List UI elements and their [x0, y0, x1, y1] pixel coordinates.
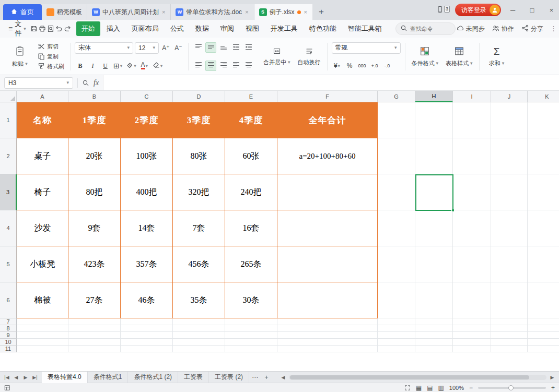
cell-J1[interactable]	[491, 102, 528, 138]
cell-B6[interactable]: 27条	[68, 282, 121, 318]
sheet-tab-1[interactable]: 条件格式1	[88, 372, 129, 383]
doc-tab-3[interactable]: S例子.xlsx×	[254, 4, 312, 20]
cell-K11[interactable]	[528, 346, 559, 352]
cell-G2[interactable]	[378, 138, 415, 174]
cell-J6[interactable]	[491, 282, 528, 318]
copy-button[interactable]: 复制	[36, 52, 66, 62]
col-header-F[interactable]: F	[277, 91, 378, 102]
doc-tab-2[interactable]: W带单位求和方法.doc×	[171, 4, 254, 20]
cell-F10[interactable]	[277, 339, 378, 346]
close-tab-icon[interactable]: ×	[304, 9, 308, 15]
cell-E8[interactable]	[225, 325, 277, 332]
maximize-button[interactable]: □	[525, 0, 540, 20]
justify-button[interactable]	[230, 61, 241, 71]
cell-H11[interactable]	[415, 346, 453, 352]
cell-F7[interactable]	[277, 318, 378, 325]
align-center-button[interactable]	[205, 61, 216, 71]
wrap-text-button[interactable]: 自动换行	[296, 46, 323, 68]
cell-K6[interactable]	[528, 282, 559, 318]
row-header-8[interactable]: 8	[0, 325, 17, 332]
doc-tab-1[interactable]: W中八班第八周周计划×	[87, 4, 171, 20]
paste-button[interactable]: 粘贴▾	[7, 44, 33, 69]
cell-A3[interactable]: 椅子	[17, 174, 68, 210]
cell-I8[interactable]	[453, 325, 491, 332]
cell-K2[interactable]	[528, 138, 559, 174]
align-middle-button[interactable]	[205, 42, 216, 53]
close-tab-icon[interactable]: ×	[161, 9, 166, 15]
close-button[interactable]: ×	[544, 0, 559, 20]
prev-sheet-button[interactable]: ◀	[11, 375, 21, 380]
zoom-level[interactable]: 100%	[449, 385, 464, 391]
row-header-11[interactable]: 11	[0, 346, 17, 352]
row-header-4[interactable]: 4	[0, 210, 17, 246]
cell-C3[interactable]: 400把	[121, 174, 173, 210]
cell-J9[interactable]	[491, 332, 528, 339]
sum-button[interactable]: Σ 求和▾	[484, 44, 510, 69]
cell-A2[interactable]: 桌子	[17, 138, 68, 174]
borders-button[interactable]: ⊞▾	[112, 61, 123, 71]
file-menu[interactable]: ≡ 文件 ▾	[5, 19, 29, 38]
cell-B11[interactable]	[68, 346, 121, 352]
sheet-tab-0[interactable]: 表格转置4.0	[42, 372, 88, 383]
home-tab[interactable]: 首页	[3, 4, 42, 20]
cell-A10[interactable]	[17, 339, 68, 346]
cell-D3[interactable]: 320把	[173, 174, 225, 210]
row-header-5[interactable]: 5	[0, 246, 17, 282]
bold-button[interactable]: B	[75, 61, 86, 71]
cell-K1[interactable]	[528, 102, 559, 138]
cell-I10[interactable]	[453, 339, 491, 346]
cell-I1[interactable]	[453, 102, 491, 138]
align-top-button[interactable]	[193, 42, 204, 53]
cell-A7[interactable]	[17, 318, 68, 325]
cell-J4[interactable]	[491, 210, 528, 246]
cell-J2[interactable]	[491, 138, 528, 174]
merge-center-button[interactable]: 合并居中▾	[261, 46, 293, 68]
cell-D5[interactable]: 456条	[173, 246, 225, 282]
cell-F2[interactable]: a=20+100+80+60	[277, 138, 378, 174]
col-header-C[interactable]: C	[121, 91, 173, 102]
table-style-button[interactable]: 表格样式▾	[444, 45, 475, 69]
row-header-7[interactable]: 7	[0, 318, 17, 325]
more-menu-button[interactable]: ⋮	[551, 25, 557, 32]
cell-B5[interactable]: 423条	[68, 246, 121, 282]
name-box[interactable]: H3 ▾	[4, 77, 73, 89]
cell-F11[interactable]	[277, 346, 378, 352]
zoom-in-button[interactable]: +	[551, 384, 555, 391]
insert-function-button[interactable]: fx	[94, 79, 99, 87]
currency-button[interactable]: ¥▾	[332, 61, 343, 71]
sheet-tab-4[interactable]: 工资表 (2)	[209, 372, 249, 383]
cell-J10[interactable]	[491, 339, 528, 346]
cell-H9[interactable]	[415, 332, 453, 339]
cell-D9[interactable]	[173, 332, 225, 339]
cell-C4[interactable]: 14套	[121, 210, 173, 246]
cell-E7[interactable]	[225, 318, 277, 325]
command-search[interactable]	[395, 22, 456, 35]
collaborate-button[interactable]: 协作	[492, 25, 514, 33]
scroll-left-button[interactable]: ◀	[278, 375, 288, 380]
row-header-2[interactable]: 2	[0, 138, 17, 174]
zoom-formula-icon[interactable]	[82, 79, 89, 87]
align-bottom-button[interactable]	[218, 42, 229, 53]
format-painter-button[interactable]: 格式刷	[36, 62, 66, 72]
formula-input[interactable]	[103, 75, 559, 90]
cell-D7[interactable]	[173, 318, 225, 325]
align-right-button[interactable]	[218, 61, 229, 71]
cell-J11[interactable]	[491, 346, 528, 352]
cell-B2[interactable]: 20张	[68, 138, 121, 174]
cell-A5[interactable]: 小板凳	[17, 246, 68, 282]
cell-I11[interactable]	[453, 346, 491, 352]
share-button[interactable]: 分享	[521, 25, 543, 33]
page-break-view-icon[interactable]: ▥	[438, 384, 444, 391]
col-header-D[interactable]: D	[173, 91, 225, 102]
cell-A9[interactable]	[17, 332, 68, 339]
cell-E10[interactable]	[225, 339, 277, 346]
decrease-font-button[interactable]: A⁻	[173, 43, 184, 53]
cell-G11[interactable]	[378, 346, 415, 352]
cell-G8[interactable]	[378, 325, 415, 332]
col-header-B[interactable]: B	[68, 91, 121, 102]
cell-B1[interactable]: 1季度	[68, 102, 121, 138]
menu-item-4[interactable]: 数据	[190, 21, 214, 36]
cell-A6[interactable]: 棉被	[17, 282, 68, 318]
cell-B8[interactable]	[68, 325, 121, 332]
cell-B4[interactable]: 9套	[68, 210, 121, 246]
